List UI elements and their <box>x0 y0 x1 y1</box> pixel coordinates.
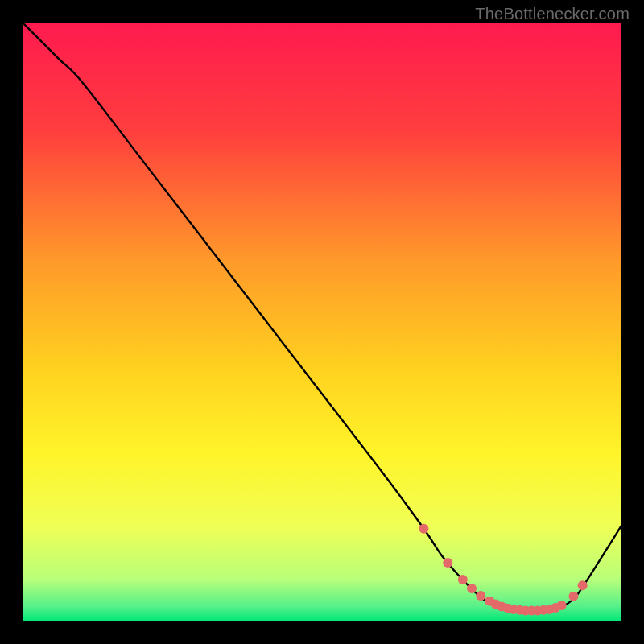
chart-container: TheBottlenecker.com <box>0 0 644 644</box>
data-point <box>467 584 477 593</box>
data-point <box>419 524 428 534</box>
data-point <box>578 580 588 590</box>
chart-svg <box>23 23 621 621</box>
plot-area <box>23 23 621 621</box>
data-point <box>476 591 485 601</box>
data-point <box>458 575 468 584</box>
attribution-text: TheBottlenecker.com <box>475 5 630 23</box>
gradient-background <box>23 23 621 621</box>
data-point <box>568 592 578 601</box>
data-point <box>557 601 567 610</box>
data-point <box>443 558 452 568</box>
